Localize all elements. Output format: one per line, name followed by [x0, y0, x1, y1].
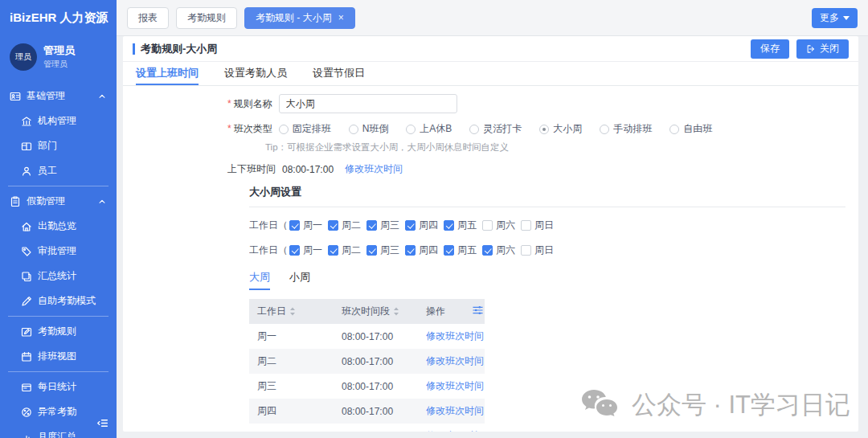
checkbox-label: 周六: [496, 219, 515, 232]
window-tab-考勤规则 - 大小周[interactable]: 考勤规则 - 大小周×: [244, 7, 355, 29]
radio-手动排班[interactable]: 手动排班: [600, 122, 652, 136]
tag-icon: [21, 246, 32, 257]
checkbox-周一[interactable]: 周一: [289, 219, 328, 232]
id-card-icon: [10, 91, 21, 102]
sidebar-item-label: 机构管理: [38, 114, 76, 128]
modify-shift-time-link[interactable]: 修改班次时间: [426, 330, 484, 342]
subtab-小周[interactable]: 小周: [289, 270, 310, 290]
checkbox-周六[interactable]: 周六: [482, 244, 521, 257]
checkbox-周二[interactable]: 周二: [328, 244, 366, 257]
checkbox-周三[interactable]: 周三: [366, 219, 405, 232]
filter-icon[interactable]: [473, 305, 483, 315]
sidebar-item-label: 自助考勤模式: [38, 294, 96, 308]
radio-dot-icon: [600, 125, 609, 134]
radio-固定排班[interactable]: 固定排班: [279, 122, 331, 136]
checkbox-label: 周五: [457, 219, 477, 232]
window-tab-label: 考勤规则: [187, 11, 226, 25]
cell-shift-time: 08:00-17:00: [334, 324, 418, 349]
chevron-up-icon: [97, 197, 107, 207]
home-icon: [21, 221, 32, 232]
modify-shift-time-link[interactable]: 修改班次时间: [345, 162, 403, 176]
table-row: 周三08:00-17:00修改班次时间: [249, 374, 485, 399]
checkbox-label: 周三: [380, 219, 399, 232]
checkbox-icon: [444, 220, 454, 231]
work-time-row: 上下班时间 08:00-17:00 修改班次时间: [227, 162, 845, 176]
rule-name-input[interactable]: [279, 94, 457, 113]
cell-workday: 周二: [249, 349, 334, 374]
cell-shift-time: 08:00-17:00: [334, 424, 418, 432]
window-tab-报表[interactable]: 报表: [127, 7, 169, 29]
tab-设置上班时间[interactable]: 设置上班时间: [136, 62, 199, 85]
tab-设置考勤人员[interactable]: 设置考勤人员: [224, 62, 287, 85]
modify-shift-time-link[interactable]: 修改班次时间: [426, 355, 484, 366]
checkbox-周三[interactable]: 周三: [366, 244, 405, 257]
modify-shift-time-link[interactable]: 修改班次时间: [426, 430, 484, 432]
table-settings-header[interactable]: [465, 299, 485, 324]
checkbox-label: 周五: [457, 244, 477, 257]
sidebar-item-员工[interactable]: 员工: [0, 158, 117, 183]
sidebar-item-汇总统计[interactable]: 汇总统计: [0, 264, 117, 289]
user-profile[interactable]: 理员 管理员 管理员: [0, 31, 117, 77]
checkbox-周六[interactable]: 周六: [482, 219, 521, 232]
checkbox-label: 周一: [303, 244, 322, 257]
checkbox-周二[interactable]: 周二: [328, 219, 366, 232]
checkbox-周一[interactable]: 周一: [289, 244, 328, 257]
checkbox-周日[interactable]: 周日: [521, 244, 559, 257]
sidebar-item-label: 每日统计: [38, 380, 76, 394]
column-label: 操作: [426, 305, 445, 318]
radio-大小周[interactable]: 大小周: [539, 122, 582, 136]
cell-workday: 周四: [249, 399, 334, 424]
radio-N班倒[interactable]: N班倒: [349, 122, 389, 136]
radio-上A休B[interactable]: 上A休B: [406, 122, 452, 136]
sidebar-item-部门[interactable]: 部门: [0, 133, 117, 158]
sidebar-menu: 基础管理机构管理部门员工假勤管理出勤总览审批管理汇总统计自助考勤模式考勤规则排班…: [0, 77, 117, 438]
save-button[interactable]: 保存: [751, 39, 789, 59]
radio-label: N班倒: [362, 122, 389, 136]
avatar: 理员: [10, 43, 37, 71]
tab-close-icon[interactable]: ×: [338, 12, 344, 23]
bar-chart-icon: [21, 432, 32, 438]
tab-设置节假日[interactable]: 设置节假日: [313, 62, 365, 85]
subtab-大周[interactable]: 大周: [249, 270, 270, 290]
app-logo: iBizEHR 人力资源: [0, 0, 117, 31]
more-button[interactable]: 更多: [812, 8, 858, 28]
modify-shift-time-link[interactable]: 修改班次时间: [426, 380, 484, 391]
modify-shift-time-link[interactable]: 修改班次时间: [426, 405, 484, 416]
rule-name-label: *规则名称: [227, 97, 272, 111]
sidebar-item-审批管理[interactable]: 审批管理: [0, 239, 117, 264]
sidebar-item-机构管理[interactable]: 机构管理: [0, 108, 117, 133]
checkbox-周四[interactable]: 周四: [405, 219, 444, 232]
checkbox-label: 周二: [342, 244, 361, 257]
close-button[interactable]: 关闭: [796, 39, 849, 59]
window-tab-考勤规则[interactable]: 考勤规则: [176, 7, 237, 29]
sidebar-collapse-icon[interactable]: [96, 417, 108, 432]
radio-label: 上A休B: [420, 122, 452, 136]
sidebar-item-label: 月度汇总: [38, 430, 76, 438]
shift-table: 工作日班次时间段操作 周一08:00-17:00修改班次时间周二08:00-17…: [249, 299, 485, 432]
table-row: 周二08:00-17:00修改班次时间: [249, 349, 485, 374]
radio-自由班[interactable]: 自由班: [669, 122, 712, 136]
watermark: 公众号 · IT学习日记: [579, 388, 850, 422]
exit-icon: [806, 44, 816, 54]
checkbox-周五[interactable]: 周五: [444, 244, 482, 257]
checkbox-周五[interactable]: 周五: [444, 219, 482, 232]
checkbox-icon: [521, 220, 531, 231]
radio-灵活打卡[interactable]: 灵活打卡: [469, 122, 522, 136]
sidebar-item-出勤总览[interactable]: 出勤总览: [0, 214, 117, 239]
radio-dot-icon: [349, 125, 358, 134]
column-header-班次时间段[interactable]: 班次时间段: [334, 299, 418, 324]
sidebar-item-排班视图[interactable]: 排班视图: [0, 344, 117, 369]
sidebar-group-基础管理[interactable]: 基础管理: [0, 84, 117, 108]
header-actions: 保存 关闭: [751, 39, 849, 59]
checkbox-周日[interactable]: 周日: [521, 219, 559, 232]
checkbox-周四[interactable]: 周四: [405, 244, 444, 257]
sidebar-item-考勤规则[interactable]: 考勤规则: [0, 319, 117, 344]
sidebar-item-每日统计[interactable]: 每日统计: [0, 375, 117, 399]
sidebar: iBizEHR 人力资源 理员 管理员 管理员 基础管理机构管理部门员工假勤管理…: [0, 0, 117, 438]
column-header-工作日[interactable]: 工作日: [249, 299, 334, 324]
sidebar-item-自助考勤模式[interactable]: 自助考勤模式: [0, 289, 117, 313]
cell-shift-time: 08:00-17:00: [334, 399, 418, 424]
sidebar-group-假勤管理[interactable]: 假勤管理: [0, 189, 117, 214]
sort-icon[interactable]: [289, 307, 296, 316]
sort-icon[interactable]: [393, 307, 399, 316]
